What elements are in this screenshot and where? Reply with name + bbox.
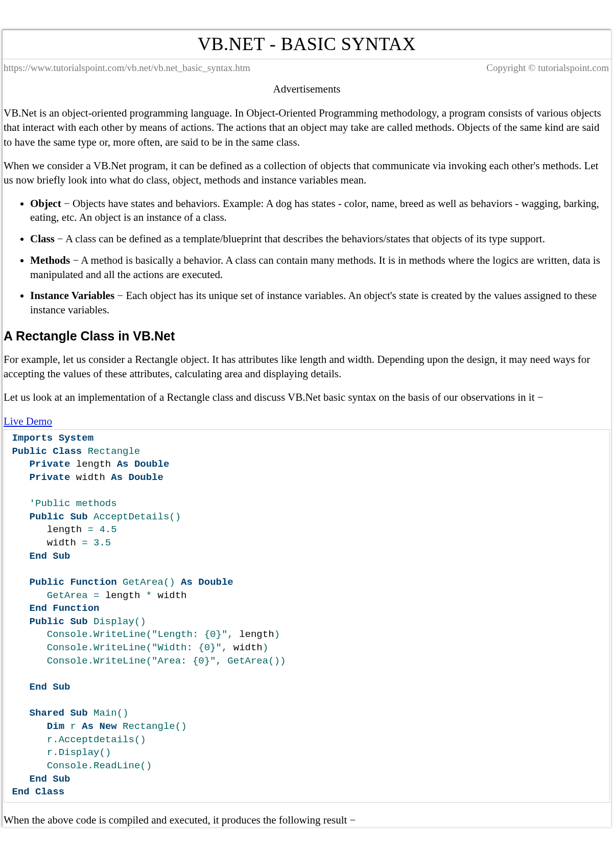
list-item: Instance Variables − Each object has its… [30, 289, 610, 317]
code-block: Imports System Public Class Rectangle Pr… [4, 429, 610, 803]
term-methods-desc: − A method is basically a behavior. A cl… [30, 254, 600, 281]
meta-row: https://www.tutorialspoint.com/vb.net/vb… [3, 59, 611, 74]
term-instance-variables-desc: − Each object has its unique set of inst… [30, 289, 597, 316]
term-class-desc: − A class can be defined as a template/b… [55, 233, 545, 245]
intro-paragraph-1: VB.Net is an object-oriented programming… [4, 106, 610, 149]
article-body: VB.Net is an object-oriented programming… [3, 106, 611, 827]
term-object: Object [30, 197, 61, 210]
copyright-text: Copyright © tutorialspoint.com [486, 62, 609, 74]
definitions-list: Object − Objects have states and behavio… [4, 197, 610, 317]
list-item: Methods − A method is basically a behavi… [30, 254, 610, 282]
intro-paragraph-2: When we consider a VB.Net program, it ca… [4, 158, 610, 188]
result-paragraph: When the above code is compiled and exec… [4, 813, 610, 827]
list-item: Class − A class can be defined as a temp… [30, 232, 610, 246]
term-methods: Methods [30, 254, 70, 266]
term-instance-variables: Instance Variables [30, 289, 114, 302]
source-url: https://www.tutorialspoint.com/vb.net/vb… [4, 62, 250, 74]
live-demo-link[interactable]: Live Demo [4, 415, 52, 427]
term-object-desc: − Objects have states and behaviors. Exa… [30, 197, 599, 224]
advertisements-label: Advertisements [3, 83, 611, 96]
section-heading-rectangle: A Rectangle Class in VB.Net [4, 328, 610, 345]
rectangle-paragraph-1: For example, let us consider a Rectangle… [4, 352, 610, 381]
rectangle-paragraph-2: Let us look at an implementation of a Re… [4, 390, 610, 404]
page-title: VB.NET - BASIC SYNTAX [3, 33, 611, 55]
content-frame: VB.NET - BASIC SYNTAX https://www.tutori… [2, 30, 611, 827]
term-class: Class [30, 233, 55, 245]
document-page: VB.NET - BASIC SYNTAX https://www.tutori… [0, 0, 613, 868]
list-item: Object − Objects have states and behavio… [30, 197, 610, 225]
